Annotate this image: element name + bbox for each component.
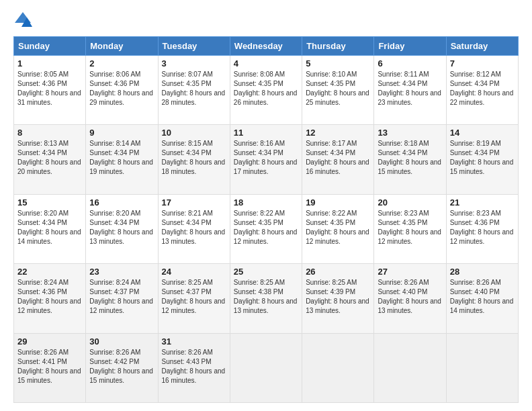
calendar-cell: 21 Sunrise: 8:23 AM Sunset: 4:36 PM Dayl… [446, 194, 518, 263]
day-number: 24 [162, 267, 226, 277]
day-number: 4 [234, 58, 298, 68]
calendar-cell: 4 Sunrise: 8:08 AM Sunset: 4:35 PM Dayli… [230, 56, 302, 125]
calendar-header-sunday: Sunday [14, 37, 86, 56]
calendar-cell: 2 Sunrise: 8:06 AM Sunset: 4:36 PM Dayli… [86, 56, 158, 125]
day-number: 23 [89, 267, 154, 277]
calendar-cell: 12 Sunrise: 8:17 AM Sunset: 4:34 PM Dayl… [302, 125, 374, 194]
calendar-cell: 10 Sunrise: 8:15 AM Sunset: 4:34 PM Dayl… [158, 125, 230, 194]
calendar-cell: 31 Sunrise: 8:26 AM Sunset: 4:43 PM Dayl… [158, 333, 230, 402]
cell-info: Sunrise: 8:12 AM Sunset: 4:34 PM Dayligh… [450, 70, 515, 107]
cell-info: Sunrise: 8:24 AM Sunset: 4:36 PM Dayligh… [17, 278, 82, 316]
cell-info: Sunrise: 8:08 AM Sunset: 4:35 PM Dayligh… [234, 70, 298, 107]
day-number: 15 [17, 197, 82, 208]
cell-info: Sunrise: 8:11 AM Sunset: 4:34 PM Dayligh… [378, 70, 442, 107]
calendar-cell: 9 Sunrise: 8:14 AM Sunset: 4:34 PM Dayli… [86, 125, 158, 194]
calendar-cell [230, 333, 302, 402]
cell-info: Sunrise: 8:24 AM Sunset: 4:37 PM Dayligh… [89, 278, 154, 316]
day-number: 27 [378, 267, 442, 277]
cell-info: Sunrise: 8:13 AM Sunset: 4:34 PM Dayligh… [17, 139, 82, 177]
calendar-cell: 7 Sunrise: 8:12 AM Sunset: 4:34 PM Dayli… [446, 56, 518, 125]
calendar-week-1: 1 Sunrise: 8:05 AM Sunset: 4:36 PM Dayli… [14, 56, 519, 125]
calendar-cell: 23 Sunrise: 8:24 AM Sunset: 4:37 PM Dayl… [86, 264, 158, 333]
day-number: 11 [234, 128, 298, 138]
calendar-cell [446, 333, 518, 402]
day-number: 16 [89, 197, 154, 208]
calendar-week-4: 22 Sunrise: 8:24 AM Sunset: 4:36 PM Dayl… [14, 264, 519, 333]
day-number: 2 [89, 58, 154, 68]
cell-info: Sunrise: 8:15 AM Sunset: 4:34 PM Dayligh… [162, 139, 226, 177]
day-number: 25 [234, 267, 298, 277]
day-number: 20 [378, 197, 442, 208]
calendar-cell: 24 Sunrise: 8:25 AM Sunset: 4:37 PM Dayl… [158, 264, 230, 333]
calendar-cell: 20 Sunrise: 8:23 AM Sunset: 4:35 PM Dayl… [374, 194, 446, 263]
cell-info: Sunrise: 8:23 AM Sunset: 4:35 PM Dayligh… [378, 209, 442, 246]
calendar-cell: 5 Sunrise: 8:10 AM Sunset: 4:35 PM Dayli… [302, 56, 374, 125]
cell-info: Sunrise: 8:25 AM Sunset: 4:38 PM Dayligh… [234, 278, 298, 316]
header [13, 11, 519, 30]
cell-info: Sunrise: 8:17 AM Sunset: 4:34 PM Dayligh… [306, 139, 370, 177]
cell-info: Sunrise: 8:23 AM Sunset: 4:36 PM Dayligh… [450, 209, 515, 246]
cell-info: Sunrise: 8:22 AM Sunset: 4:35 PM Dayligh… [306, 209, 370, 246]
logo [13, 11, 35, 30]
cell-info: Sunrise: 8:26 AM Sunset: 4:42 PM Dayligh… [89, 348, 154, 385]
calendar-header-monday: Monday [86, 37, 158, 56]
calendar-header-friday: Friday [374, 37, 446, 56]
day-number: 12 [306, 128, 370, 138]
calendar-header-wednesday: Wednesday [230, 37, 302, 56]
calendar-cell: 28 Sunrise: 8:26 AM Sunset: 4:40 PM Dayl… [446, 264, 518, 333]
logo-icon [13, 11, 32, 30]
calendar-cell: 27 Sunrise: 8:26 AM Sunset: 4:40 PM Dayl… [374, 264, 446, 333]
cell-info: Sunrise: 8:25 AM Sunset: 4:37 PM Dayligh… [162, 278, 226, 316]
day-number: 3 [162, 58, 226, 68]
page: SundayMondayTuesdayWednesdayThursdayFrid… [0, 0, 532, 411]
calendar-cell [374, 333, 446, 402]
calendar-week-3: 15 Sunrise: 8:20 AM Sunset: 4:34 PM Dayl… [14, 194, 519, 263]
day-number: 9 [89, 128, 154, 138]
day-number: 26 [306, 267, 370, 277]
calendar-header-saturday: Saturday [446, 37, 518, 56]
day-number: 17 [162, 197, 226, 208]
day-number: 5 [306, 58, 370, 68]
calendar-cell: 13 Sunrise: 8:18 AM Sunset: 4:34 PM Dayl… [374, 125, 446, 194]
day-number: 6 [378, 58, 442, 68]
cell-info: Sunrise: 8:26 AM Sunset: 4:41 PM Dayligh… [17, 348, 82, 385]
cell-info: Sunrise: 8:26 AM Sunset: 4:43 PM Dayligh… [162, 348, 226, 385]
cell-info: Sunrise: 8:26 AM Sunset: 4:40 PM Dayligh… [450, 278, 515, 316]
day-number: 21 [450, 197, 515, 208]
cell-info: Sunrise: 8:21 AM Sunset: 4:34 PM Dayligh… [162, 209, 226, 246]
calendar-cell: 15 Sunrise: 8:20 AM Sunset: 4:34 PM Dayl… [14, 194, 86, 263]
calendar-cell: 25 Sunrise: 8:25 AM Sunset: 4:38 PM Dayl… [230, 264, 302, 333]
day-number: 29 [17, 336, 82, 347]
cell-info: Sunrise: 8:20 AM Sunset: 4:34 PM Dayligh… [17, 209, 82, 246]
day-number: 22 [17, 267, 82, 277]
cell-info: Sunrise: 8:10 AM Sunset: 4:35 PM Dayligh… [306, 70, 370, 107]
calendar-cell: 3 Sunrise: 8:07 AM Sunset: 4:35 PM Dayli… [158, 56, 230, 125]
cell-info: Sunrise: 8:05 AM Sunset: 4:36 PM Dayligh… [17, 70, 82, 107]
calendar-cell: 17 Sunrise: 8:21 AM Sunset: 4:34 PM Dayl… [158, 194, 230, 263]
cell-info: Sunrise: 8:18 AM Sunset: 4:34 PM Dayligh… [378, 139, 442, 177]
day-number: 13 [378, 128, 442, 138]
calendar-header-thursday: Thursday [302, 37, 374, 56]
calendar-header-row: SundayMondayTuesdayWednesdayThursdayFrid… [14, 37, 519, 56]
cell-info: Sunrise: 8:20 AM Sunset: 4:34 PM Dayligh… [89, 209, 154, 246]
cell-info: Sunrise: 8:07 AM Sunset: 4:35 PM Dayligh… [162, 70, 226, 107]
calendar-cell: 18 Sunrise: 8:22 AM Sunset: 4:35 PM Dayl… [230, 194, 302, 263]
day-number: 31 [162, 336, 226, 347]
day-number: 8 [17, 128, 82, 138]
cell-info: Sunrise: 8:26 AM Sunset: 4:40 PM Dayligh… [378, 278, 442, 316]
cell-info: Sunrise: 8:14 AM Sunset: 4:34 PM Dayligh… [89, 139, 154, 177]
day-number: 19 [306, 197, 370, 208]
day-number: 30 [89, 336, 154, 347]
calendar-cell: 19 Sunrise: 8:22 AM Sunset: 4:35 PM Dayl… [302, 194, 374, 263]
calendar-cell: 30 Sunrise: 8:26 AM Sunset: 4:42 PM Dayl… [86, 333, 158, 402]
calendar-cell: 1 Sunrise: 8:05 AM Sunset: 4:36 PM Dayli… [14, 56, 86, 125]
calendar-cell: 14 Sunrise: 8:19 AM Sunset: 4:34 PM Dayl… [446, 125, 518, 194]
calendar-week-5: 29 Sunrise: 8:26 AM Sunset: 4:41 PM Dayl… [14, 333, 519, 402]
calendar-cell: 26 Sunrise: 8:25 AM Sunset: 4:39 PM Dayl… [302, 264, 374, 333]
calendar-cell: 16 Sunrise: 8:20 AM Sunset: 4:34 PM Dayl… [86, 194, 158, 263]
calendar-header-tuesday: Tuesday [158, 37, 230, 56]
cell-info: Sunrise: 8:19 AM Sunset: 4:34 PM Dayligh… [450, 139, 515, 177]
cell-info: Sunrise: 8:25 AM Sunset: 4:39 PM Dayligh… [306, 278, 370, 316]
calendar-cell: 8 Sunrise: 8:13 AM Sunset: 4:34 PM Dayli… [14, 125, 86, 194]
calendar-cell [302, 333, 374, 402]
